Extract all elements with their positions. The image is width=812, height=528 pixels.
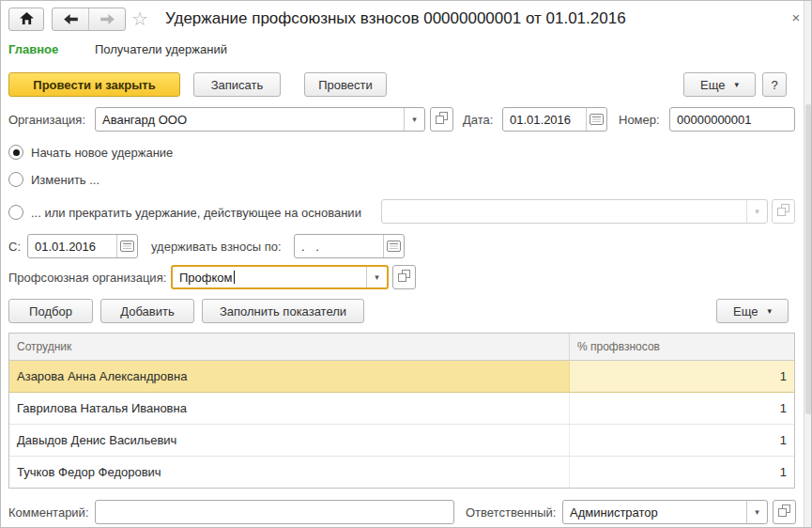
write-button[interactable]: Записать bbox=[193, 72, 281, 97]
responsible-label: Ответственный: bbox=[466, 500, 556, 524]
date-label: Дата: bbox=[463, 107, 493, 132]
radio-button-icon bbox=[8, 145, 23, 160]
more-button-label: Еще bbox=[733, 304, 758, 318]
employee-cell[interactable]: Гаврилова Наталья Ивановна bbox=[9, 393, 570, 424]
document-window: ☆ Удержание профсоюзных взносов 00000000… bbox=[0, 0, 812, 528]
employees-table: Сотрудник % профвзносов Азарова Анна Але… bbox=[8, 333, 795, 489]
history-nav-group bbox=[52, 8, 126, 31]
add-button[interactable]: Добавить bbox=[100, 299, 194, 323]
tab-recipients[interactable]: Получатели удержаний bbox=[95, 42, 227, 56]
forward-button[interactable] bbox=[88, 8, 125, 30]
percent-cell[interactable]: 1 bbox=[570, 457, 794, 488]
percent-cell[interactable]: 1 bbox=[570, 393, 794, 424]
table-row[interactable]: Тучков Федор Федорович 1 bbox=[9, 457, 794, 488]
forward-arrow-icon bbox=[100, 11, 115, 28]
back-button[interactable] bbox=[53, 8, 88, 30]
employee-cell[interactable]: Тучков Федор Федорович bbox=[9, 457, 570, 488]
chevron-down-icon[interactable]: ▾ bbox=[404, 108, 424, 131]
tab-main[interactable]: Главное bbox=[8, 42, 58, 56]
basis-open-button[interactable] bbox=[772, 199, 795, 224]
radio-button-icon bbox=[8, 172, 23, 187]
page-title: Удержание профсоюзных взносов 0000000000… bbox=[165, 9, 626, 28]
responsible-open-button[interactable] bbox=[773, 500, 796, 524]
percent-cell[interactable]: 1 bbox=[570, 361, 794, 392]
employee-cell[interactable]: Азарова Анна Александровна bbox=[9, 361, 570, 392]
calendar-icon[interactable] bbox=[586, 108, 606, 131]
calendar-icon[interactable] bbox=[383, 235, 404, 257]
organization-label: Организация: bbox=[8, 107, 85, 132]
basis-document-input[interactable]: ▾ bbox=[381, 199, 768, 224]
radio-label: Изменить ... bbox=[31, 173, 100, 187]
until-date-input[interactable]: . . bbox=[294, 234, 405, 258]
until-date-placeholder: . . bbox=[295, 235, 383, 257]
chevron-down-icon[interactable]: ▾ bbox=[746, 200, 767, 223]
more-button-label: Еще bbox=[700, 78, 725, 92]
responsible-input[interactable]: Администратор ▾ bbox=[562, 500, 768, 524]
table-row[interactable]: Азарова Анна Александровна 1 bbox=[9, 361, 794, 393]
chevron-down-icon: ▾ bbox=[734, 80, 739, 89]
radio-option-new[interactable]: Начать новое удержание bbox=[8, 142, 173, 163]
home-icon bbox=[20, 11, 34, 28]
post-and-close-button[interactable]: Провести и закрыть bbox=[8, 72, 180, 97]
favorite-star-icon[interactable]: ☆ bbox=[131, 9, 148, 28]
chevron-down-icon[interactable]: ▾ bbox=[746, 501, 767, 523]
until-date-label: удерживать взносы по: bbox=[151, 234, 282, 258]
organization-input[interactable]: Авангард ООО ▾ bbox=[95, 107, 425, 132]
chevron-down-icon[interactable]: ▾ bbox=[366, 267, 387, 287]
post-button[interactable]: Провести bbox=[304, 72, 387, 97]
union-org-open-button[interactable] bbox=[392, 265, 416, 289]
fill-indicators-button[interactable]: Заполнить показатели bbox=[202, 299, 364, 323]
radio-option-stop[interactable]: ... или прекратить удержание, действующе… bbox=[8, 202, 361, 223]
vertical-scrollbar[interactable] bbox=[804, 1, 812, 528]
more-button-top[interactable]: Еще ▾ bbox=[683, 72, 756, 97]
open-link-icon bbox=[777, 203, 789, 220]
text-cursor bbox=[234, 271, 235, 284]
radio-option-change[interactable]: Изменить ... bbox=[8, 169, 100, 190]
comment-input[interactable] bbox=[95, 500, 454, 524]
responsible-value: Администратор bbox=[563, 501, 746, 523]
scrollbar-thumb[interactable] bbox=[805, 104, 812, 414]
help-button[interactable]: ? bbox=[762, 72, 787, 97]
calendar-icon[interactable] bbox=[116, 235, 137, 257]
table-row[interactable]: Давыдов Денис Васильевич 1 bbox=[9, 425, 794, 457]
radio-label: Начать новое удержание bbox=[31, 146, 173, 160]
from-date-value: 01.01.2016 bbox=[28, 235, 116, 257]
number-input[interactable]: 00000000001 bbox=[669, 107, 795, 132]
date-input[interactable]: 01.01.2016 bbox=[502, 107, 607, 132]
percent-cell[interactable]: 1 bbox=[570, 425, 794, 456]
date-value: 01.01.2016 bbox=[503, 108, 586, 131]
table-header-row: Сотрудник % профвзносов bbox=[9, 334, 794, 361]
basis-document-value bbox=[382, 200, 746, 223]
more-button-list[interactable]: Еще ▾ bbox=[716, 299, 789, 323]
union-org-label: Профсоюзная организация: bbox=[8, 265, 166, 289]
radio-label: ... или прекратить удержание, действующе… bbox=[31, 206, 361, 220]
radio-button-icon bbox=[8, 205, 23, 220]
open-link-icon bbox=[778, 504, 790, 520]
table-row[interactable]: Гаврилова Наталья Ивановна 1 bbox=[9, 393, 794, 425]
union-org-input[interactable]: Профком ▾ bbox=[171, 265, 389, 289]
chevron-down-icon: ▾ bbox=[767, 306, 772, 316]
close-icon[interactable]: × bbox=[788, 8, 804, 25]
employee-cell[interactable]: Давыдов Денис Васильевич bbox=[9, 425, 570, 456]
column-header-employee[interactable]: Сотрудник bbox=[9, 334, 570, 360]
union-org-value: Профком bbox=[179, 271, 233, 285]
pick-button[interactable]: Подбор bbox=[8, 299, 93, 323]
open-link-icon bbox=[398, 269, 410, 286]
back-arrow-icon bbox=[64, 11, 78, 28]
organization-open-button[interactable] bbox=[430, 107, 453, 132]
home-button[interactable] bbox=[8, 8, 44, 31]
column-header-percent[interactable]: % профвзносов bbox=[570, 334, 794, 360]
open-link-icon bbox=[436, 111, 448, 128]
from-date-input[interactable]: 01.01.2016 bbox=[27, 234, 138, 258]
comment-label: Комментарий: bbox=[8, 500, 89, 524]
organization-value: Авангард ООО bbox=[96, 108, 404, 131]
number-label: Номер: bbox=[619, 107, 660, 132]
from-date-label: С: bbox=[8, 234, 21, 258]
